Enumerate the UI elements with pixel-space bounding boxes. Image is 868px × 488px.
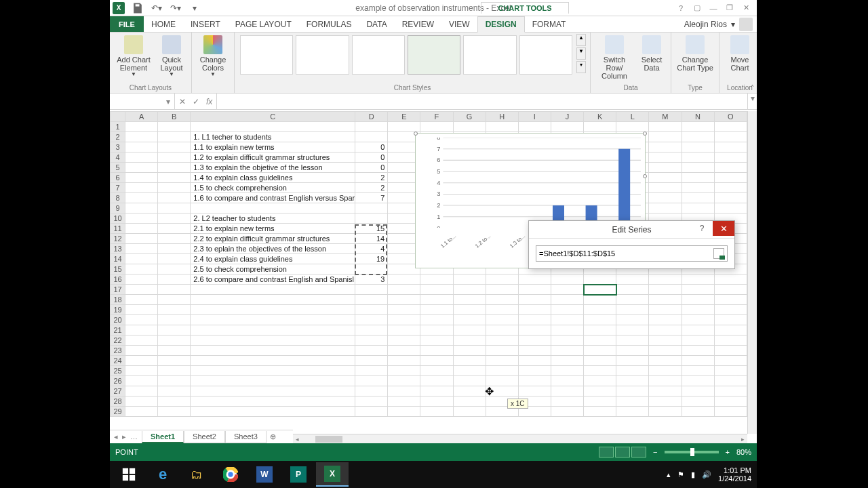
undo-icon[interactable]: ↶▾ xyxy=(148,1,165,16)
cell-D21[interactable] xyxy=(355,325,388,336)
cell-C9[interactable] xyxy=(191,203,355,214)
tab-data[interactable]: DATA xyxy=(359,16,394,32)
cell-D18[interactable] xyxy=(355,295,388,305)
cell-A25[interactable] xyxy=(125,366,158,376)
column-header-D[interactable]: D xyxy=(355,112,388,122)
cell-E26[interactable] xyxy=(388,376,420,386)
cell-C16[interactable]: 2.6 to compare and contrast English and … xyxy=(191,274,355,285)
vertical-scrollbar[interactable] xyxy=(747,111,757,434)
cell-M16[interactable] xyxy=(649,274,682,285)
cell-N21[interactable] xyxy=(682,325,714,336)
column-header-G[interactable]: G xyxy=(453,112,486,122)
cell-N5[interactable] xyxy=(682,163,714,173)
cell-F26[interactable] xyxy=(420,376,453,386)
cell-K29[interactable] xyxy=(584,407,616,417)
cell-F18[interactable] xyxy=(420,295,453,305)
cell-G18[interactable] xyxy=(453,295,486,305)
cell-K28[interactable] xyxy=(584,396,616,407)
cell-H20[interactable] xyxy=(486,315,518,325)
cell-J16[interactable] xyxy=(551,274,583,285)
cell-K17[interactable] xyxy=(584,285,616,295)
cell-M3[interactable] xyxy=(649,142,682,152)
cell-L22[interactable] xyxy=(616,336,649,346)
cell-A18[interactable] xyxy=(125,295,158,305)
row-header-23[interactable]: 23 xyxy=(111,346,125,356)
cell-E21[interactable] xyxy=(388,325,420,336)
cell-D7[interactable]: 2 xyxy=(355,183,388,193)
style-thumb[interactable] xyxy=(240,35,293,75)
cell-K24[interactable] xyxy=(584,356,616,366)
cell-A22[interactable] xyxy=(125,336,158,346)
gallery-up-icon[interactable]: ▲ xyxy=(576,34,586,46)
cell-O20[interactable] xyxy=(714,315,747,325)
cell-B16[interactable] xyxy=(158,274,191,285)
cell-I27[interactable] xyxy=(518,386,551,396)
cell-H19[interactable] xyxy=(486,305,518,315)
taskbar-explorer-icon[interactable]: 🗂 xyxy=(180,462,213,487)
cell-C7[interactable]: 1.5 to check comprehension xyxy=(191,183,355,193)
cell-D24[interactable] xyxy=(355,356,388,366)
style-thumb[interactable] xyxy=(352,35,405,75)
cell-C13[interactable]: 2.3 to eplain the objectives of the less… xyxy=(191,244,355,254)
cell-A13[interactable] xyxy=(125,244,158,254)
cell-D19[interactable] xyxy=(355,305,388,315)
collapse-ribbon-icon[interactable]: ˄ xyxy=(751,84,754,92)
cell-D1[interactable] xyxy=(355,122,388,132)
cell-G17[interactable] xyxy=(453,285,486,295)
cell-G22[interactable] xyxy=(453,336,486,346)
cell-I1[interactable] xyxy=(518,122,551,132)
cell-D3[interactable]: 0 xyxy=(355,142,388,152)
cell-J20[interactable] xyxy=(551,315,583,325)
cell-B3[interactable] xyxy=(158,142,191,152)
cell-D11[interactable]: 15 xyxy=(355,224,388,234)
row-header-7[interactable]: 7 xyxy=(111,183,125,193)
edit-series-dialog[interactable]: Edit Series ? ✕ xyxy=(528,220,735,269)
row-header-1[interactable]: 1 xyxy=(111,122,125,132)
horizontal-scrollbar[interactable]: ◂ ▸ xyxy=(293,434,747,443)
tab-home[interactable]: HOME xyxy=(144,16,183,32)
minimize-icon[interactable]: — xyxy=(705,2,722,14)
cell-K20[interactable] xyxy=(584,315,616,325)
cell-E17[interactable] xyxy=(388,285,420,295)
cell-J21[interactable] xyxy=(551,325,583,336)
user-menu[interactable]: Aleojin Rios▾ xyxy=(684,16,753,32)
cell-J29[interactable] xyxy=(551,407,583,417)
taskbar-publisher-icon[interactable]: P xyxy=(282,462,315,487)
cell-D17[interactable] xyxy=(355,285,388,295)
cell-A7[interactable] xyxy=(125,183,158,193)
dialog-close-icon[interactable]: ✕ xyxy=(713,221,734,236)
enter-formula-icon[interactable]: ✓ xyxy=(193,97,199,106)
cell-C2[interactable]: 1. L1 techer to students xyxy=(191,132,355,142)
row-header-2[interactable]: 2 xyxy=(111,132,125,142)
row-header-18[interactable]: 18 xyxy=(111,295,125,305)
column-header-K[interactable]: K xyxy=(584,112,616,122)
cell-K23[interactable] xyxy=(584,346,616,356)
cell-N24[interactable] xyxy=(682,356,714,366)
cell-N29[interactable] xyxy=(682,407,714,417)
cell-I17[interactable] xyxy=(518,285,551,295)
cell-G19[interactable] xyxy=(453,305,486,315)
cell-H24[interactable] xyxy=(486,356,518,366)
column-header-E[interactable]: E xyxy=(388,112,420,122)
dialog-help-icon[interactable]: ? xyxy=(692,221,711,236)
cell-M28[interactable] xyxy=(649,396,682,407)
cell-I24[interactable] xyxy=(518,356,551,366)
close-icon[interactable]: ✕ xyxy=(738,2,754,14)
cell-A14[interactable] xyxy=(125,254,158,264)
cell-O1[interactable] xyxy=(714,122,747,132)
cell-N25[interactable] xyxy=(682,366,714,376)
tray-network-icon[interactable]: ▮ xyxy=(691,470,695,479)
cell-G1[interactable] xyxy=(453,122,486,132)
cell-F22[interactable] xyxy=(420,336,453,346)
cell-I18[interactable] xyxy=(518,295,551,305)
cell-C6[interactable]: 1.4 to explain class guidelines xyxy=(191,173,355,183)
cell-I25[interactable] xyxy=(518,366,551,376)
view-page-layout-icon[interactable] xyxy=(615,447,630,458)
change-colors-button[interactable]: Change Colors▼ xyxy=(196,34,230,78)
style-thumb[interactable] xyxy=(296,35,349,75)
cell-A29[interactable] xyxy=(125,407,158,417)
cell-A10[interactable] xyxy=(125,214,158,224)
cell-F1[interactable] xyxy=(420,122,453,132)
cell-K27[interactable] xyxy=(584,386,616,396)
cell-M5[interactable] xyxy=(649,163,682,173)
